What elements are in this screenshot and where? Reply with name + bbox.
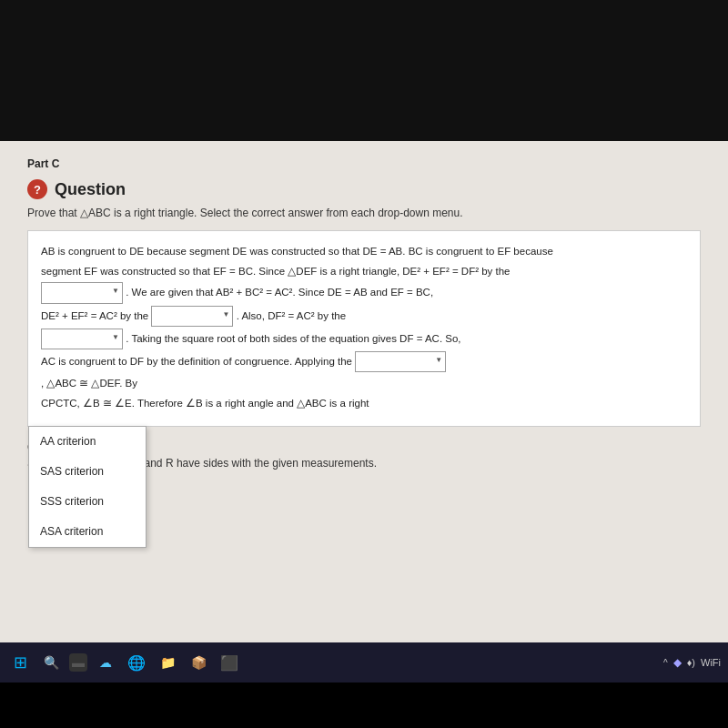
dropdown-3[interactable] bbox=[41, 329, 123, 349]
proof-line-1: AB is congruent to DE because segment DE… bbox=[41, 242, 687, 260]
top-black-bar bbox=[0, 0, 728, 141]
dropdown-1[interactable] bbox=[41, 282, 123, 303]
part-label: Part C bbox=[27, 157, 701, 170]
proof-line-7: CPCTC, ∠B ≅ ∠E. Therefore ∠B is a right … bbox=[41, 394, 687, 412]
proof-box: AB is congruent to DE because segment DE… bbox=[27, 230, 701, 427]
proof-line-5-post: . Taking the square root of both sides o… bbox=[126, 332, 460, 343]
taskbar-right: ^ ◆ ♦) WiFi bbox=[663, 656, 721, 669]
windows-icon[interactable]: ⊞ bbox=[7, 650, 33, 675]
taskbar-diamond-icon: ◆ bbox=[673, 656, 682, 669]
dropdown-open-container bbox=[355, 351, 446, 372]
proof-line-1-text: AB is congruent to DE because segment DE… bbox=[41, 246, 553, 257]
proof-line-4: DE² + EF² = AC² by the . Also, DF² = AC²… bbox=[41, 306, 687, 327]
taskbar-icon-dropbox[interactable]: 📦 bbox=[186, 650, 211, 675]
taskbar-wifi-icon: WiFi bbox=[701, 657, 721, 668]
question-instruction: Prove that △ABC is a right triangle. Sel… bbox=[27, 207, 701, 219]
proof-line-3: . We are given that AB² + BC² = AC². Sin… bbox=[41, 282, 687, 303]
taskbar-icon-1[interactable]: ▬ bbox=[69, 653, 87, 672]
question-icon: ? bbox=[27, 179, 47, 199]
dropdown-option-aa[interactable]: AA criterion bbox=[29, 427, 146, 457]
taskbar-icon-app[interactable]: ⬛ bbox=[217, 650, 242, 675]
proof-line-2: segment EF was constructed so that EF = … bbox=[41, 262, 687, 280]
dropdown-option-asa[interactable]: ASA criterion bbox=[29, 517, 146, 547]
taskbar-icon-2[interactable]: ☁ bbox=[93, 650, 118, 675]
question-header: ? Question bbox=[27, 179, 701, 199]
search-icon[interactable]: 🔍 bbox=[38, 650, 64, 675]
content-area: Part C ? Question Prove that △ABC is a r… bbox=[0, 141, 728, 642]
proof-line-6-pre: AC is congruent to DF by the definition … bbox=[41, 356, 352, 367]
proof-line-3-post: . We are given that AB² + BC² = AC². Sin… bbox=[126, 287, 433, 298]
proof-line-4-post: . Also, DF² = AC² by the bbox=[237, 309, 346, 320]
proof-line-5: . Taking the square root of both sides o… bbox=[41, 329, 687, 349]
taskbar-caret-icon: ^ bbox=[663, 658, 668, 668]
proof-line-6: AC is congruent to DF by the definition … bbox=[41, 351, 687, 372]
screen: Part C ? Question Prove that △ABC is a r… bbox=[0, 0, 728, 728]
taskbar-icon-edge[interactable]: 🌐 bbox=[124, 650, 149, 675]
taskbar: ⊞ 🔍 ▬ ☁ 🌐 📁 📦 ⬛ ^ ◆ ♦) WiFi bbox=[0, 642, 728, 682]
dropdown-option-sas[interactable]: SAS criterion bbox=[29, 457, 146, 487]
dropdown-option-sss[interactable]: SSS criterion bbox=[29, 487, 146, 517]
dropdown-2[interactable] bbox=[151, 306, 233, 327]
proof-line-7-text: CPCTC, ∠B ≅ ∠E. Therefore ∠B is a right … bbox=[41, 398, 369, 409]
proof-text: AB is congruent to DE because segment DE… bbox=[41, 242, 687, 413]
dropdown-menu: AA criterion SAS criterion SSS criterion… bbox=[28, 426, 147, 548]
proof-line-2-text: segment EF was constructed so that EF = … bbox=[41, 266, 511, 277]
dropdown-open[interactable] bbox=[355, 351, 446, 372]
question-title: Question bbox=[55, 180, 126, 199]
taskbar-icon-folder[interactable]: 📁 bbox=[155, 650, 180, 675]
proof-line-6-post: , △ABC ≅ △DEF. By bbox=[41, 378, 137, 389]
taskbar-volume-icon: ♦) bbox=[687, 657, 695, 668]
bottom-black-bar bbox=[0, 682, 728, 728]
proof-line-4-pre: DE² + EF² = AC² by the bbox=[41, 309, 148, 320]
